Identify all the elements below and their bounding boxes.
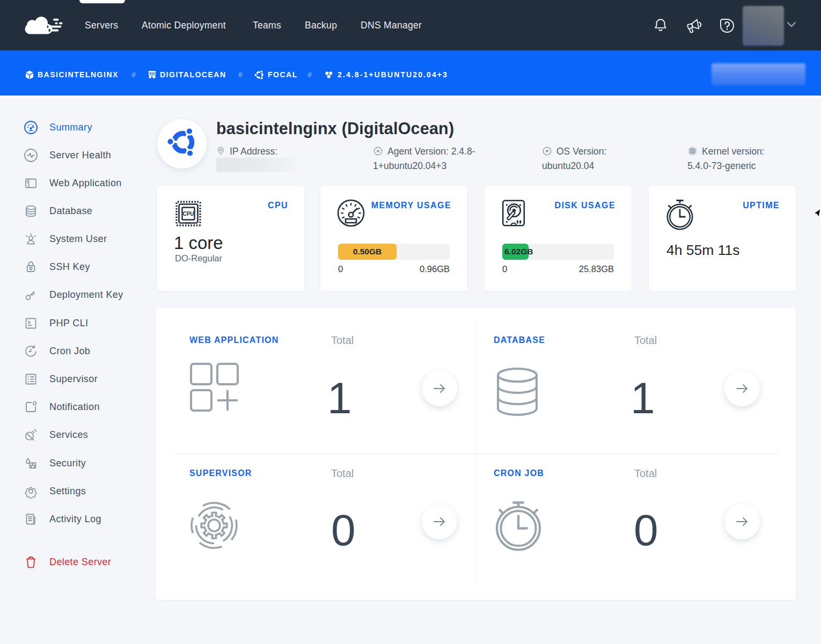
svg-text:CPU: CPU	[182, 211, 194, 217]
